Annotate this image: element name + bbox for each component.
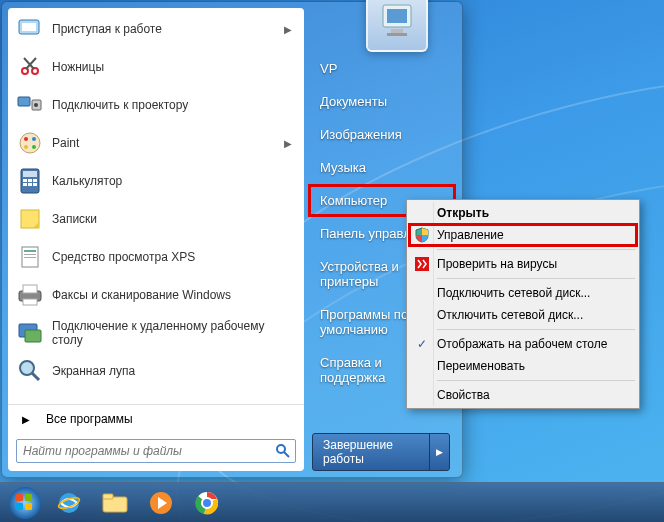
right-item-music[interactable]: Музыка bbox=[308, 151, 456, 184]
program-item-label: Paint bbox=[52, 136, 284, 150]
ctx-item-label: Подключить сетевой диск... bbox=[437, 286, 590, 300]
program-item-sticky-notes[interactable]: Записки bbox=[8, 200, 304, 238]
ctx-show-desktop[interactable]: ✓ Отображать на рабочем столе bbox=[409, 333, 637, 355]
svg-rect-15 bbox=[23, 171, 37, 177]
taskbar bbox=[0, 482, 664, 522]
submenu-arrow-icon: ▶ bbox=[284, 138, 292, 149]
program-item-magnifier[interactable]: Экранная лупа bbox=[8, 352, 304, 390]
svg-rect-28 bbox=[23, 285, 37, 293]
taskbar-chrome[interactable] bbox=[185, 487, 229, 519]
ctx-open[interactable]: Открыть bbox=[409, 202, 637, 224]
program-item-label: Приступая к работе bbox=[52, 22, 284, 36]
ctx-manage[interactable]: Управление bbox=[409, 224, 637, 246]
right-item-user[interactable]: VP bbox=[308, 52, 456, 85]
svg-rect-37 bbox=[387, 9, 407, 23]
svg-rect-31 bbox=[25, 330, 41, 342]
ctx-unmap-drive[interactable]: Отключить сетевой диск... bbox=[409, 304, 637, 326]
right-item-pictures[interactable]: Изображения bbox=[308, 118, 456, 151]
program-item-getting-started[interactable]: Приступая к работе ▶ bbox=[8, 10, 304, 48]
svg-point-52 bbox=[202, 498, 212, 508]
program-item-label: Факсы и сканирование Windows bbox=[52, 288, 296, 302]
svg-rect-26 bbox=[24, 257, 36, 258]
program-item-label: Записки bbox=[52, 212, 296, 226]
context-menu-separator bbox=[437, 249, 635, 250]
program-item-calculator[interactable]: Калькулятор bbox=[8, 162, 304, 200]
program-item-projector[interactable]: Подключить к проектору bbox=[8, 86, 304, 124]
ctx-properties[interactable]: Свойства bbox=[409, 384, 637, 406]
taskbar-explorer[interactable] bbox=[93, 487, 137, 519]
paint-icon bbox=[16, 129, 44, 157]
taskbar-ie[interactable] bbox=[47, 487, 91, 519]
ctx-rename[interactable]: Переименовать bbox=[409, 355, 637, 377]
program-item-paint[interactable]: Paint ▶ bbox=[8, 124, 304, 162]
search-input[interactable] bbox=[17, 444, 271, 458]
program-item-fax-scan[interactable]: Факсы и сканирование Windows bbox=[8, 276, 304, 314]
check-icon: ✓ bbox=[413, 335, 431, 353]
ctx-item-label: Проверить на вирусы bbox=[437, 257, 557, 271]
ctx-item-label: Открыть bbox=[437, 206, 489, 220]
svg-rect-16 bbox=[23, 179, 27, 182]
submenu-arrow-icon: ▶ bbox=[284, 24, 292, 35]
svg-rect-38 bbox=[391, 29, 403, 33]
program-item-label: Экранная лупа bbox=[52, 364, 296, 378]
search-icon[interactable] bbox=[271, 443, 295, 459]
projector-icon bbox=[16, 91, 44, 119]
svg-rect-29 bbox=[23, 299, 37, 305]
start-menu: Приступая к работе ▶ Ножницы Подключить … bbox=[1, 1, 463, 478]
svg-point-9 bbox=[20, 133, 40, 153]
svg-rect-21 bbox=[33, 183, 37, 186]
all-programs-label: Все программы bbox=[46, 412, 133, 426]
svg-point-8 bbox=[34, 103, 38, 107]
svg-point-13 bbox=[24, 145, 28, 149]
shutdown-label[interactable]: Завершение работы bbox=[313, 434, 429, 470]
svg-point-32 bbox=[20, 361, 34, 375]
program-item-label: Подключение к удаленному рабочему столу bbox=[52, 319, 296, 347]
calculator-icon bbox=[16, 167, 44, 195]
scissors-icon bbox=[16, 53, 44, 81]
program-item-xps-viewer[interactable]: Средство просмотра XPS bbox=[8, 238, 304, 276]
all-programs[interactable]: ▶ Все программы bbox=[8, 404, 304, 433]
right-item-documents[interactable]: Документы bbox=[308, 85, 456, 118]
ctx-map-drive[interactable]: Подключить сетевой диск... bbox=[409, 282, 637, 304]
svg-rect-20 bbox=[28, 183, 32, 186]
xps-viewer-icon bbox=[16, 243, 44, 271]
shutdown-split-icon[interactable]: ▶ bbox=[429, 434, 449, 470]
fax-scan-icon bbox=[16, 281, 44, 309]
getting-started-icon bbox=[16, 15, 44, 43]
svg-point-41 bbox=[9, 487, 41, 519]
svg-rect-1 bbox=[22, 23, 36, 31]
shutdown-button[interactable]: Завершение работы ▶ bbox=[312, 433, 450, 471]
program-item-label: Средство просмотра XPS bbox=[52, 250, 296, 264]
svg-line-33 bbox=[32, 373, 39, 380]
svg-rect-44 bbox=[16, 503, 23, 510]
svg-point-10 bbox=[24, 137, 28, 141]
program-item-label: Ножницы bbox=[52, 60, 296, 74]
program-item-snipping-tool[interactable]: Ножницы bbox=[8, 48, 304, 86]
ctx-item-label: Отображать на рабочем столе bbox=[437, 337, 607, 351]
program-item-remote-desktop[interactable]: Подключение к удаленному рабочему столу bbox=[8, 314, 304, 352]
svg-rect-43 bbox=[25, 494, 32, 501]
program-list: Приступая к работе ▶ Ножницы Подключить … bbox=[8, 8, 304, 404]
ctx-scan-virus[interactable]: Проверить на вирусы bbox=[409, 253, 637, 275]
context-menu-separator bbox=[437, 329, 635, 330]
search-box[interactable] bbox=[16, 439, 296, 463]
ctx-item-label: Свойства bbox=[437, 388, 490, 402]
user-picture[interactable] bbox=[366, 0, 428, 52]
ctx-item-label: Переименовать bbox=[437, 359, 525, 373]
svg-point-34 bbox=[277, 445, 285, 453]
svg-rect-45 bbox=[25, 503, 32, 510]
ctx-item-label: Отключить сетевой диск... bbox=[437, 308, 583, 322]
magnifier-icon bbox=[16, 357, 44, 385]
ctx-item-label: Управление bbox=[437, 228, 504, 242]
svg-rect-49 bbox=[103, 494, 113, 499]
svg-rect-18 bbox=[33, 179, 37, 182]
svg-point-12 bbox=[32, 145, 36, 149]
start-menu-left: Приступая к работе ▶ Ножницы Подключить … bbox=[8, 8, 304, 471]
svg-rect-6 bbox=[18, 97, 30, 106]
start-button[interactable] bbox=[4, 484, 46, 522]
shield-icon bbox=[413, 226, 431, 244]
sticky-notes-icon bbox=[16, 205, 44, 233]
context-menu-separator bbox=[437, 278, 635, 279]
svg-rect-24 bbox=[24, 250, 36, 252]
taskbar-wmp[interactable] bbox=[139, 487, 183, 519]
